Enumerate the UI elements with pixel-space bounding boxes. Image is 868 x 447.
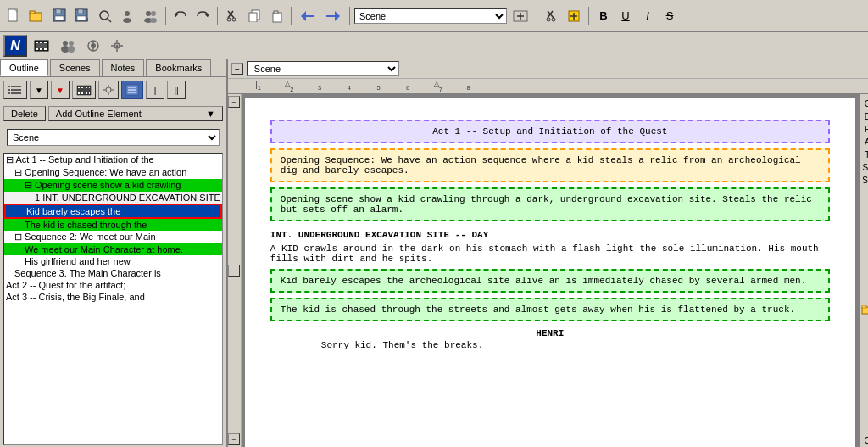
svg-point-57 <box>116 44 119 47</box>
cut2-button[interactable] <box>542 6 562 26</box>
rs-sc[interactable]: Sc <box>862 161 868 174</box>
add-outline-element-button[interactable]: Add Outline Element▼ <box>48 106 223 121</box>
add-scene-button[interactable] <box>509 6 532 26</box>
save-button[interactable] <box>49 6 70 26</box>
tree-item-green[interactable]: ⊟ Opening scene show a kid crawling <box>4 179 222 192</box>
rs-sh[interactable]: Sh <box>862 174 868 187</box>
nav-middle-arrow[interactable]: − <box>228 265 240 277</box>
right-panel-inner: − − − Act 1 -- Setup and Initiation of t… <box>228 94 868 447</box>
person1-button[interactable] <box>117 6 137 26</box>
svg-rect-4 <box>56 9 61 14</box>
open-button[interactable] <box>25 6 47 26</box>
svg-point-10 <box>100 11 108 20</box>
svg-point-12 <box>125 11 130 16</box>
ruler: ····· |1 ····· △2 ····· 3 ····· 4 ····· … <box>228 79 868 94</box>
nav-down-arrow[interactable]: − <box>228 433 240 445</box>
tree-item-green3[interactable]: We meet our Main Character at home. <box>4 243 222 255</box>
outline-tree[interactable]: ⊟ Act 1 -- Setup and Initiation of the ⊟… <box>3 153 223 445</box>
outline-up-button[interactable]: ▼ <box>51 81 70 99</box>
rs-d[interactable]: D <box>865 110 868 123</box>
rs-t[interactable]: T <box>865 148 868 161</box>
arrow-left-button[interactable] <box>296 6 320 26</box>
outline-view-button[interactable] <box>121 81 143 99</box>
svg-rect-46 <box>44 48 47 50</box>
tab-bookmarks[interactable]: Bookmarks <box>146 59 211 76</box>
delete-button[interactable]: Delete <box>3 106 46 121</box>
format-scene-select[interactable]: Scene <box>247 61 399 76</box>
tree-item[interactable]: Sequence 3. The Main Character is <box>4 267 222 279</box>
n-toolbar: N <box>0 32 868 59</box>
outline-scene-select[interactable]: Scene Sequence Act <box>7 129 220 146</box>
document-scroll[interactable]: Act 1 -- Setup and Initiation of the Que… <box>242 94 859 447</box>
svg-point-21 <box>232 18 236 21</box>
outline-down-button[interactable]: ▼ <box>30 81 48 99</box>
outline-col2-button[interactable]: || <box>167 81 186 99</box>
tree-item[interactable]: 1 INT. UNDERGROUND EXCAVATION SITE <box>4 192 222 204</box>
save-as-button[interactable]: + <box>71 6 93 26</box>
outline-film-button[interactable] <box>72 81 96 99</box>
tree-item-selected[interactable]: Kid barely escapes the <box>4 204 222 219</box>
filmstrip-button[interactable] <box>31 36 53 56</box>
character-name: HENRI <box>270 328 830 338</box>
outline-tabs: Outline Scenes Notes Bookmarks <box>0 59 226 77</box>
opening-scene-green-box: Opening scene show a kid crawling throug… <box>270 187 830 221</box>
outline-col1-button[interactable]: | <box>146 81 164 99</box>
nav-up-arrow[interactable]: − <box>228 96 240 108</box>
tree-item[interactable]: Act 2 -- Quest for the artifact; <box>4 279 222 291</box>
cut-button[interactable] <box>222 6 242 26</box>
outline-settings-button[interactable] <box>98 81 119 99</box>
settings-button[interactable] <box>107 36 127 56</box>
plus-button[interactable] <box>564 6 584 26</box>
svg-rect-41 <box>36 42 38 43</box>
arrow-right-button[interactable] <box>321 6 345 26</box>
tree-item[interactable]: ⊟ Act 1 -- Setup and Initiation of the <box>4 154 222 166</box>
tree-item[interactable]: Act 3 -- Crisis, the Big Finale, and <box>4 291 222 303</box>
underline-button[interactable]: U <box>615 6 636 26</box>
undo-button[interactable] <box>170 6 191 26</box>
character-icon-button[interactable] <box>56 36 80 56</box>
strikethrough-button[interactable]: S <box>659 6 680 26</box>
svg-marker-28 <box>335 11 340 21</box>
svg-point-13 <box>123 18 131 23</box>
svg-point-65 <box>8 86 10 87</box>
scene-type-select[interactable]: Scene Sequence Act <box>354 8 507 24</box>
tab-scenes[interactable]: Scenes <box>50 59 100 76</box>
bold-button[interactable]: B <box>593 6 614 26</box>
tab-outline[interactable]: Outline <box>0 59 48 76</box>
new-button[interactable] <box>3 6 24 26</box>
rs-c[interactable]: C <box>865 98 868 110</box>
act-title-text: Act 1 -- Setup and Initiation of the Que… <box>432 126 667 137</box>
paste-button[interactable] <box>266 6 287 26</box>
separator6 <box>588 7 589 25</box>
svg-point-67 <box>8 92 10 94</box>
dropdown-arrow: ▼ <box>206 109 215 119</box>
redo-button[interactable] <box>192 6 213 26</box>
svg-rect-0 <box>8 9 17 21</box>
tree-item[interactable]: His girlfriend and her new <box>4 255 222 267</box>
svg-rect-76 <box>89 92 90 94</box>
tree-item[interactable]: ⊟ Opening Sequence: We have an action <box>4 166 222 179</box>
svg-point-16 <box>151 11 156 16</box>
main-area: Outline Scenes Notes Bookmarks ▼ ▼ | || <box>0 59 868 447</box>
outline-list-button[interactable] <box>3 81 27 99</box>
person2-button[interactable] <box>139 6 161 26</box>
svg-rect-5 <box>55 16 64 20</box>
rs-o[interactable]: O <box>864 434 868 447</box>
audio-button[interactable] <box>83 36 103 56</box>
svg-rect-43 <box>44 42 47 43</box>
rs-a[interactable]: A <box>865 136 868 148</box>
copy-button[interactable] <box>244 6 264 26</box>
rs-p[interactable]: P <box>865 123 868 136</box>
tab-notes[interactable]: Notes <box>102 59 145 76</box>
outline-actions: Delete Add Outline Element▼ <box>0 103 226 124</box>
svg-point-36 <box>552 18 555 21</box>
rs-folder-icon[interactable] <box>861 305 868 316</box>
act-title-box: Act 1 -- Setup and Initiation of the Que… <box>270 120 830 143</box>
green-text2: The kid is chased through the streets an… <box>281 305 795 315</box>
search-button[interactable] <box>95 6 115 26</box>
n-button[interactable]: N <box>3 35 27 57</box>
tree-item[interactable]: ⊟ Sequence 2: We meet our Main <box>4 231 222 243</box>
nav-minus-left[interactable]: − <box>231 63 243 75</box>
italic-button[interactable]: I <box>637 6 658 26</box>
tree-item-green2[interactable]: The kid is chased through the <box>4 219 222 231</box>
